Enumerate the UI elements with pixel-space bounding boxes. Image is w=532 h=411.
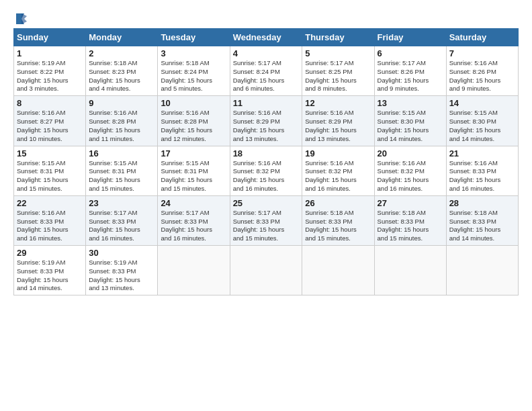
day-info: Sunrise: 5:18 AMSunset: 8:24 PMDaylight:… — [161, 59, 226, 93]
day-info: Sunrise: 5:16 AMSunset: 8:29 PMDaylight:… — [233, 109, 300, 143]
calendar-cell — [158, 246, 230, 295]
day-number: 8 — [17, 98, 83, 108]
page: SundayMondayTuesdayWednesdayThursdayFrid… — [0, 0, 532, 411]
calendar-cell: 1Sunrise: 5:19 AMSunset: 8:22 PMDaylight… — [14, 46, 86, 96]
day-number: 27 — [378, 198, 443, 208]
logo-flag-icon — [15, 12, 28, 26]
calendar-cell: 11Sunrise: 5:16 AMSunset: 8:29 PMDayligh… — [230, 96, 302, 146]
day-number: 2 — [89, 48, 154, 58]
day-info: Sunrise: 5:18 AMSunset: 8:23 PMDaylight:… — [89, 59, 154, 93]
day-number: 25 — [233, 198, 300, 208]
day-number: 30 — [89, 248, 154, 258]
day-number: 23 — [89, 198, 154, 208]
weekday-header-thursday: Thursday — [302, 29, 374, 46]
calendar-week-1: 1Sunrise: 5:19 AMSunset: 8:22 PMDaylight… — [14, 46, 519, 96]
day-number: 21 — [449, 148, 515, 158]
weekday-header-friday: Friday — [374, 29, 446, 46]
day-info: Sunrise: 5:15 AMSunset: 8:31 PMDaylight:… — [89, 159, 154, 193]
day-info: Sunrise: 5:16 AMSunset: 8:32 PMDaylight:… — [378, 159, 443, 193]
calendar-cell — [446, 246, 518, 295]
calendar-cell: 21Sunrise: 5:16 AMSunset: 8:33 PMDayligh… — [446, 146, 518, 195]
calendar-table: SundayMondayTuesdayWednesdayThursdayFrid… — [13, 28, 519, 295]
weekday-header-row: SundayMondayTuesdayWednesdayThursdayFrid… — [14, 29, 519, 46]
day-number: 26 — [305, 198, 371, 208]
day-info: Sunrise: 5:17 AMSunset: 8:24 PMDaylight:… — [233, 59, 300, 93]
calendar-cell: 25Sunrise: 5:17 AMSunset: 8:33 PMDayligh… — [230, 195, 302, 245]
day-info: Sunrise: 5:16 AMSunset: 8:32 PMDaylight:… — [233, 159, 300, 193]
day-info: Sunrise: 5:17 AMSunset: 8:26 PMDaylight:… — [378, 59, 443, 93]
day-info: Sunrise: 5:15 AMSunset: 8:31 PMDaylight:… — [161, 159, 226, 193]
calendar-cell: 20Sunrise: 5:16 AMSunset: 8:32 PMDayligh… — [374, 146, 446, 195]
calendar-cell: 3Sunrise: 5:18 AMSunset: 8:24 PMDaylight… — [158, 46, 230, 96]
calendar-week-4: 22Sunrise: 5:16 AMSunset: 8:33 PMDayligh… — [14, 195, 519, 245]
day-info: Sunrise: 5:17 AMSunset: 8:33 PMDaylight:… — [161, 209, 226, 243]
day-info: Sunrise: 5:19 AMSunset: 8:33 PMDaylight:… — [17, 259, 83, 293]
day-info: Sunrise: 5:16 AMSunset: 8:29 PMDaylight:… — [305, 109, 371, 143]
day-number: 29 — [17, 248, 83, 258]
calendar-cell: 12Sunrise: 5:16 AMSunset: 8:29 PMDayligh… — [302, 96, 374, 146]
weekday-header-saturday: Saturday — [446, 29, 518, 46]
day-info: Sunrise: 5:16 AMSunset: 8:28 PMDaylight:… — [161, 109, 226, 143]
day-info: Sunrise: 5:16 AMSunset: 8:32 PMDaylight:… — [305, 159, 371, 193]
calendar-cell: 30Sunrise: 5:19 AMSunset: 8:33 PMDayligh… — [86, 246, 158, 295]
calendar-cell: 7Sunrise: 5:16 AMSunset: 8:26 PMDaylight… — [446, 46, 518, 96]
day-number: 10 — [161, 98, 226, 108]
day-number: 18 — [233, 148, 300, 158]
calendar-cell: 4Sunrise: 5:17 AMSunset: 8:24 PMDaylight… — [230, 46, 302, 96]
calendar-cell: 14Sunrise: 5:15 AMSunset: 8:30 PMDayligh… — [446, 96, 518, 146]
day-info: Sunrise: 5:15 AMSunset: 8:30 PMDaylight:… — [449, 109, 515, 143]
calendar-cell: 6Sunrise: 5:17 AMSunset: 8:26 PMDaylight… — [374, 46, 446, 96]
day-info: Sunrise: 5:19 AMSunset: 8:22 PMDaylight:… — [17, 59, 83, 93]
calendar-week-5: 29Sunrise: 5:19 AMSunset: 8:33 PMDayligh… — [14, 246, 519, 295]
day-info: Sunrise: 5:16 AMSunset: 8:28 PMDaylight:… — [89, 109, 154, 143]
day-number: 6 — [378, 48, 443, 58]
calendar-cell: 28Sunrise: 5:18 AMSunset: 8:33 PMDayligh… — [446, 195, 518, 245]
weekday-header-monday: Monday — [86, 29, 158, 46]
calendar-header: SundayMondayTuesdayWednesdayThursdayFrid… — [14, 29, 519, 46]
weekday-header-sunday: Sunday — [14, 29, 86, 46]
calendar-cell: 15Sunrise: 5:15 AMSunset: 8:31 PMDayligh… — [14, 146, 86, 195]
day-info: Sunrise: 5:18 AMSunset: 8:33 PMDaylight:… — [378, 209, 443, 243]
day-info: Sunrise: 5:15 AMSunset: 8:31 PMDaylight:… — [17, 159, 83, 193]
day-info: Sunrise: 5:16 AMSunset: 8:33 PMDaylight:… — [449, 159, 515, 193]
day-number: 11 — [233, 98, 300, 108]
calendar-cell: 24Sunrise: 5:17 AMSunset: 8:33 PMDayligh… — [158, 195, 230, 245]
day-number: 7 — [449, 48, 515, 58]
day-number: 24 — [161, 198, 226, 208]
weekday-header-tuesday: Tuesday — [158, 29, 230, 46]
day-number: 15 — [17, 148, 83, 158]
calendar-cell: 13Sunrise: 5:15 AMSunset: 8:30 PMDayligh… — [374, 96, 446, 146]
calendar-cell: 19Sunrise: 5:16 AMSunset: 8:32 PMDayligh… — [302, 146, 374, 195]
calendar-cell — [374, 246, 446, 295]
calendar-cell: 10Sunrise: 5:16 AMSunset: 8:28 PMDayligh… — [158, 96, 230, 146]
calendar-cell: 22Sunrise: 5:16 AMSunset: 8:33 PMDayligh… — [14, 195, 86, 245]
calendar-cell: 29Sunrise: 5:19 AMSunset: 8:33 PMDayligh… — [14, 246, 86, 295]
calendar-cell: 8Sunrise: 5:16 AMSunset: 8:27 PMDaylight… — [14, 96, 86, 146]
calendar-cell: 23Sunrise: 5:17 AMSunset: 8:33 PMDayligh… — [86, 195, 158, 245]
header — [13, 12, 519, 23]
calendar-week-3: 15Sunrise: 5:15 AMSunset: 8:31 PMDayligh… — [14, 146, 519, 195]
day-number: 28 — [449, 198, 515, 208]
calendar-cell: 26Sunrise: 5:18 AMSunset: 8:33 PMDayligh… — [302, 195, 374, 245]
day-number: 22 — [17, 198, 83, 208]
day-number: 4 — [233, 48, 300, 58]
calendar-cell: 9Sunrise: 5:16 AMSunset: 8:28 PMDaylight… — [86, 96, 158, 146]
logo — [13, 12, 28, 23]
calendar-body: 1Sunrise: 5:19 AMSunset: 8:22 PMDaylight… — [14, 46, 519, 295]
day-number: 5 — [305, 48, 371, 58]
day-info: Sunrise: 5:16 AMSunset: 8:27 PMDaylight:… — [17, 109, 83, 143]
day-number: 17 — [161, 148, 226, 158]
day-info: Sunrise: 5:16 AMSunset: 8:33 PMDaylight:… — [17, 209, 83, 243]
day-number: 12 — [305, 98, 371, 108]
day-info: Sunrise: 5:18 AMSunset: 8:33 PMDaylight:… — [305, 209, 371, 243]
calendar-cell: 16Sunrise: 5:15 AMSunset: 8:31 PMDayligh… — [86, 146, 158, 195]
calendar-cell: 2Sunrise: 5:18 AMSunset: 8:23 PMDaylight… — [86, 46, 158, 96]
day-info: Sunrise: 5:18 AMSunset: 8:33 PMDaylight:… — [449, 209, 515, 243]
calendar-cell: 18Sunrise: 5:16 AMSunset: 8:32 PMDayligh… — [230, 146, 302, 195]
calendar-cell: 27Sunrise: 5:18 AMSunset: 8:33 PMDayligh… — [374, 195, 446, 245]
day-info: Sunrise: 5:19 AMSunset: 8:33 PMDaylight:… — [89, 259, 154, 293]
day-number: 3 — [161, 48, 226, 58]
day-info: Sunrise: 5:15 AMSunset: 8:30 PMDaylight:… — [378, 109, 443, 143]
calendar-cell — [230, 246, 302, 295]
calendar-cell: 17Sunrise: 5:15 AMSunset: 8:31 PMDayligh… — [158, 146, 230, 195]
